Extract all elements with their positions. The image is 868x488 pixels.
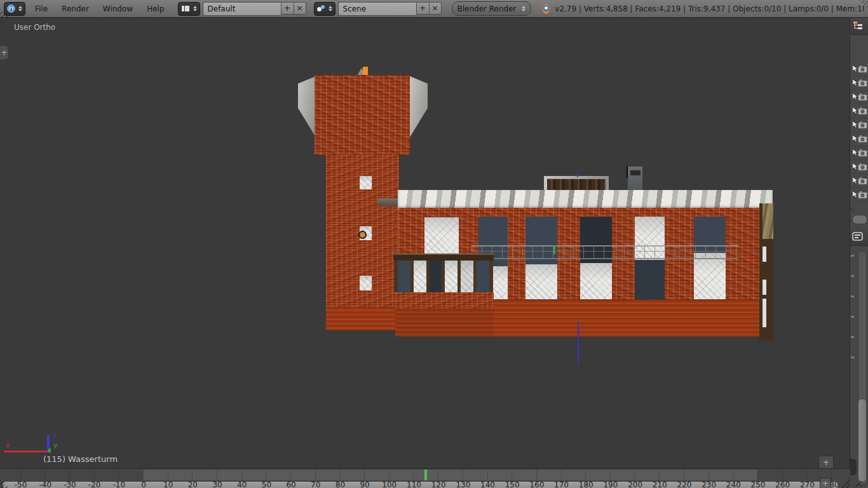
annex-roof-beam	[393, 254, 494, 261]
camera-icon[interactable]	[858, 79, 867, 87]
screen-layout-icon	[181, 5, 190, 12]
outliner-scrollbar[interactable]	[852, 215, 867, 224]
timeline-frame-number: 100	[382, 482, 397, 488]
selector-arrows-icon	[522, 6, 526, 11]
camera-icon[interactable]	[858, 163, 867, 171]
annex-window-row	[394, 261, 493, 292]
scene-delete-button[interactable]: ×	[429, 2, 442, 15]
menu-file[interactable]: File	[28, 4, 55, 13]
timeline-frame-number: 30	[212, 482, 222, 488]
timeline-gridline	[806, 470, 807, 480]
timeline-frame-number: 90	[360, 482, 369, 488]
menu-render[interactable]: Render	[55, 4, 96, 13]
outliner-resize-grip[interactable]	[850, 205, 858, 212]
properties-scrollbar-thumb[interactable]	[858, 398, 867, 482]
outliner-row[interactable]	[850, 160, 868, 174]
building-right-edge	[759, 203, 773, 341]
properties-header[interactable]	[850, 227, 868, 246]
properties-tab-sliver[interactable]	[851, 275, 854, 277]
properties-tab-sliver[interactable]	[851, 356, 854, 358]
properties-body	[850, 246, 868, 488]
building-ledge	[377, 198, 400, 207]
screen-layout-delete-button[interactable]: ×	[294, 2, 306, 15]
timeline-band[interactable]	[0, 470, 850, 480]
info-header: i File Render Window Help Default + × Sc…	[0, 0, 868, 18]
timeline-gridline	[290, 470, 291, 480]
right-editor-column	[850, 18, 868, 488]
timeline-gridline	[709, 470, 709, 480]
current-frame-marker[interactable]	[424, 470, 427, 480]
timeline-editor[interactable]: -50-40-30-20-100102030405060708090100110…	[0, 468, 850, 488]
timeline-gridline	[413, 470, 414, 480]
outliner-row[interactable]	[850, 132, 868, 146]
screen-layout-add-button[interactable]: +	[281, 2, 294, 15]
timeline-gridline	[782, 470, 783, 480]
tower-cap-right	[410, 76, 428, 137]
properties-tab-sliver[interactable]	[851, 295, 854, 297]
timeline-gridline	[69, 470, 70, 480]
3d-viewport[interactable]: User Ortho	[0, 18, 850, 468]
camera-icon[interactable]	[858, 177, 867, 185]
properties-tab-sliver[interactable]	[851, 316, 854, 318]
timeline-gridline	[659, 470, 660, 480]
timeline-frame-number: 220	[677, 482, 692, 488]
camera-icon[interactable]	[858, 149, 867, 157]
timeline-gridline	[266, 470, 266, 480]
scene-name-field[interactable]: Scene	[338, 2, 416, 16]
timeline-expand-tab[interactable]: +	[820, 478, 831, 488]
timeline-frame-number: 110	[407, 482, 421, 488]
timeline-frame-number: -30	[64, 482, 76, 488]
outliner-editor-icon	[852, 21, 864, 31]
camera-icon[interactable]	[858, 93, 867, 101]
timeline-frame-number: 70	[311, 482, 320, 488]
timeline-frame-number: -10	[113, 482, 126, 488]
relationship-line	[578, 322, 579, 365]
scene-icon	[317, 5, 325, 12]
timeline-gridline	[512, 470, 512, 480]
timeline-gridline	[389, 470, 390, 480]
camera-icon[interactable]	[858, 191, 867, 199]
timeline-gridline	[831, 470, 832, 480]
camera-icon[interactable]	[858, 107, 867, 115]
properties-notch[interactable]	[850, 459, 857, 475]
timeline-frame-number: -20	[88, 482, 101, 488]
timeline-frame-number: 80	[336, 482, 345, 488]
scene-browse-button[interactable]	[314, 2, 336, 16]
timeline-frame-number: 0	[141, 482, 146, 488]
toolshelf-expand-tab[interactable]: +	[0, 45, 9, 60]
outliner-row[interactable]	[850, 104, 868, 118]
active-object-info: (115) Wasserturm	[43, 454, 118, 464]
timeline-frame-number: 240	[726, 482, 741, 488]
interior-railing	[471, 245, 738, 259]
camera-icon[interactable]	[858, 135, 867, 143]
timeline-scrollbar[interactable]: -50-40-30-20-100102030405060708090100110…	[2, 481, 839, 488]
menu-window[interactable]: Window	[96, 4, 140, 13]
outliner-row[interactable]	[850, 146, 868, 160]
edge-window-sliver	[763, 280, 766, 295]
properties-tab-sliver[interactable]	[851, 255, 854, 257]
object-origin-dot[interactable]	[358, 231, 367, 239]
timeline-frame-number: 150	[505, 482, 520, 488]
outliner-row[interactable]	[850, 90, 868, 104]
outliner-row[interactable]	[850, 188, 868, 202]
scene-add-button[interactable]: +	[416, 2, 429, 15]
annex-pane	[477, 261, 489, 292]
timeline-frame-number: 10	[163, 482, 173, 488]
properties-region-expand-tab[interactable]: +	[818, 456, 834, 468]
outliner-header[interactable]	[850, 18, 868, 35]
properties-tab-sliver[interactable]	[851, 336, 854, 338]
outliner-row[interactable]	[850, 76, 868, 90]
render-engine-dropdown[interactable]: Blender Render	[452, 1, 531, 16]
timeline-gridline	[561, 470, 562, 480]
camera-icon[interactable]	[858, 65, 867, 73]
camera-icon[interactable]	[858, 121, 867, 129]
timeline-gridline	[44, 470, 45, 480]
outliner-row[interactable]	[850, 118, 868, 132]
screen-layout-browse-button[interactable]	[178, 2, 200, 16]
outliner-row[interactable]	[850, 174, 868, 188]
menu-help[interactable]: Help	[140, 4, 171, 13]
outliner-row[interactable]	[850, 62, 868, 76]
timeline-gridline	[168, 470, 168, 480]
editor-type-selector[interactable]: i	[4, 2, 25, 16]
screen-layout-name-field[interactable]: Default	[203, 2, 281, 16]
